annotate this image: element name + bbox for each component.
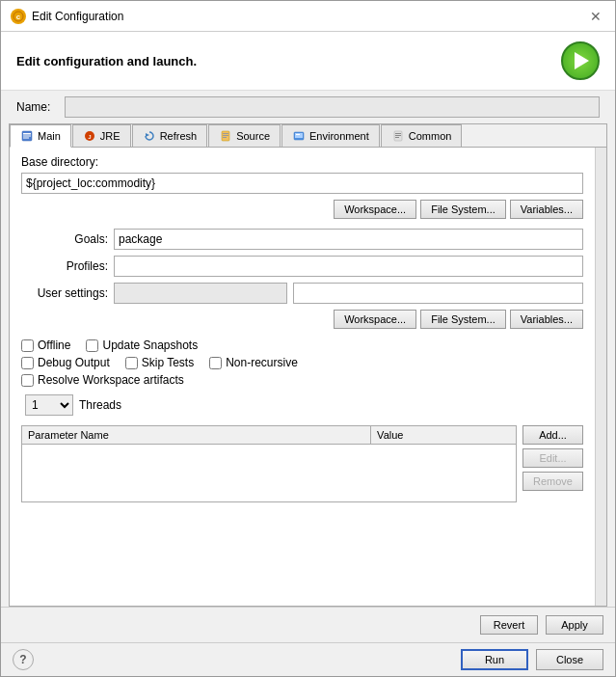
scrollbar[interactable] <box>595 148 606 606</box>
debug-output-label: Debug Output <box>38 356 110 369</box>
params-empty-row <box>22 445 517 502</box>
title-bar: c Edit Configuration ✕ <box>1 1 615 32</box>
close-dialog-button[interactable]: Close <box>536 649 603 670</box>
params-area: Parameter Name Value <box>21 425 583 506</box>
tab-content-wrapper: Base directory: Workspace... File System… <box>10 148 606 606</box>
workspace-button-2[interactable]: Workspace... <box>334 310 416 329</box>
svg-rect-4 <box>23 136 31 137</box>
tab-main[interactable]: Main <box>10 124 71 148</box>
svg-rect-10 <box>223 133 228 134</box>
tab-source[interactable]: Source <box>208 124 281 147</box>
profiles-row: Profiles: <box>21 256 583 277</box>
threads-select[interactable]: 1 2 4 <box>25 394 73 416</box>
update-snapshots-checkbox[interactable] <box>86 339 98 352</box>
goals-row: Goals: <box>21 229 583 250</box>
params-col-value: Value <box>371 426 517 445</box>
offline-checkbox[interactable] <box>21 339 34 352</box>
resolve-workspace-label: Resolve Workspace artifacts <box>38 373 184 387</box>
goals-label: Goals: <box>21 232 108 246</box>
params-table: Parameter Name Value <box>21 425 517 502</box>
params-col-name: Parameter Name <box>22 426 371 445</box>
name-input[interactable] <box>65 96 600 118</box>
refresh-tab-icon <box>143 129 156 143</box>
close-title-button[interactable]: ✕ <box>586 7 605 26</box>
source-tab-icon <box>219 129 232 143</box>
file-system-button-1[interactable]: File System... <box>420 200 506 219</box>
tab-bar: Main J JRE Refresh <box>10 124 606 148</box>
common-tab-icon <box>391 129 405 143</box>
skip-tests-checkbox[interactable] <box>125 357 138 369</box>
tab-environment[interactable]: Environment <box>281 124 380 147</box>
play-icon <box>575 52 589 69</box>
title-bar-left: c Edit Configuration <box>11 9 123 24</box>
tab-common-label: Common <box>409 130 452 142</box>
offline-label: Offline <box>38 338 70 352</box>
resolve-workspace-checkbox-item: Resolve Workspace artifacts <box>21 373 184 387</box>
play-button[interactable] <box>561 41 600 80</box>
dialog-icon: c <box>11 9 26 24</box>
user-settings-input[interactable] <box>114 283 287 304</box>
user-settings-buttons-row: Workspace... File System... Variables... <box>21 310 583 329</box>
params-table-container: Parameter Name Value <box>21 425 517 506</box>
svg-rect-17 <box>395 133 401 134</box>
help-button[interactable]: ? <box>13 649 34 670</box>
run-button[interactable]: Run <box>461 649 528 670</box>
tab-environment-label: Environment <box>309 130 369 142</box>
non-recursive-checkbox-item: Non-recursive <box>209 356 298 369</box>
svg-rect-11 <box>223 135 228 136</box>
env-tab-icon <box>292 129 306 143</box>
tab-common[interactable]: Common <box>381 124 463 147</box>
svg-text:J: J <box>88 134 91 140</box>
svg-rect-12 <box>223 137 227 138</box>
workspace-button-1[interactable]: Workspace... <box>334 200 416 219</box>
debug-output-checkbox[interactable] <box>21 357 34 369</box>
svg-rect-14 <box>295 133 303 138</box>
tab-jre-label: JRE <box>100 130 121 142</box>
svg-marker-8 <box>146 133 149 137</box>
header-subtitle: Edit configuration and launch. <box>16 54 197 68</box>
debug-output-checkbox-item: Debug Output <box>21 356 110 369</box>
offline-checkbox-item: Offline <box>21 338 70 352</box>
main-tab-icon <box>20 129 34 143</box>
svg-rect-5 <box>23 138 29 139</box>
checkboxes-group: Offline Update Snapshots Debug Output <box>21 338 583 387</box>
tab-source-label: Source <box>236 130 270 142</box>
file-system-button-2[interactable]: File System... <box>420 310 506 329</box>
params-buttons: Add... Edit... Remove <box>522 425 583 506</box>
threads-label: Threads <box>79 398 121 412</box>
user-settings-label: User settings: <box>21 286 108 300</box>
update-snapshots-label: Update Snapshots <box>102 338 198 352</box>
svg-rect-3 <box>23 133 31 135</box>
profiles-input[interactable] <box>114 256 583 277</box>
edit-configuration-dialog: c Edit Configuration ✕ Edit configuratio… <box>0 0 616 677</box>
remove-param-button[interactable]: Remove <box>522 472 583 491</box>
apply-button[interactable]: Apply <box>546 615 603 635</box>
non-recursive-label: Non-recursive <box>226 356 298 369</box>
checkbox-row-3: Resolve Workspace artifacts <box>21 373 583 387</box>
update-snapshots-checkbox-item: Update Snapshots <box>86 338 198 352</box>
svg-rect-19 <box>395 137 399 138</box>
base-directory-label: Base directory: <box>21 155 583 169</box>
tab-refresh[interactable]: Refresh <box>132 124 208 147</box>
base-directory-input[interactable] <box>21 173 583 194</box>
tab-jre[interactable]: J JRE <box>72 124 131 147</box>
variables-button-1[interactable]: Variables... <box>510 200 583 219</box>
name-row: Name: <box>1 91 615 123</box>
user-settings-row: User settings: <box>21 283 583 304</box>
add-param-button[interactable]: Add... <box>522 425 583 445</box>
goals-input[interactable] <box>114 229 583 250</box>
profiles-label: Profiles: <box>21 259 108 273</box>
resolve-workspace-checkbox[interactable] <box>21 374 34 387</box>
revert-button[interactable]: Revert <box>480 615 538 635</box>
user-settings-path-input[interactable] <box>293 283 583 304</box>
svg-rect-15 <box>296 134 300 135</box>
edit-param-button[interactable]: Edit... <box>522 448 583 468</box>
directory-buttons-row: Workspace... File System... Variables... <box>21 200 583 219</box>
svg-text:c: c <box>16 13 21 21</box>
name-label: Name: <box>16 100 57 114</box>
variables-button-2[interactable]: Variables... <box>510 310 583 329</box>
svg-rect-18 <box>395 135 401 136</box>
threads-row: 1 2 4 Threads <box>25 394 583 416</box>
header-section: Edit configuration and launch. <box>1 32 615 91</box>
non-recursive-checkbox[interactable] <box>209 357 222 369</box>
